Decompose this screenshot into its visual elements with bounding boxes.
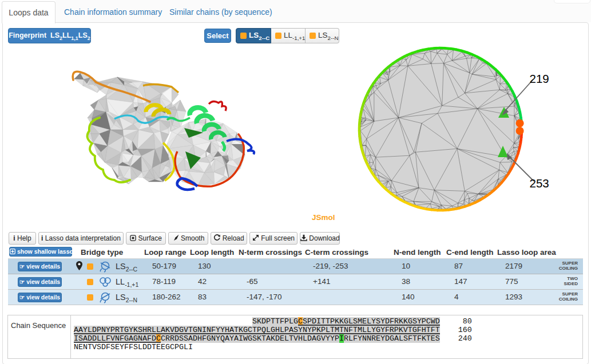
- svg-text:219: 219: [530, 72, 549, 85]
- svg-text:253: 253: [530, 177, 549, 190]
